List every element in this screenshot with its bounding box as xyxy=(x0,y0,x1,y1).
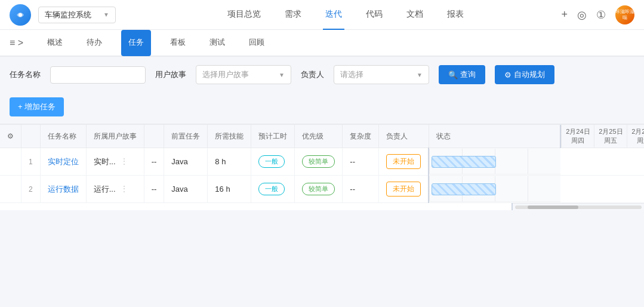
second-nav-review[interactable]: 回顾 xyxy=(244,30,269,56)
row1-skills: Java xyxy=(164,148,208,176)
nav-item-iteration[interactable]: 迭代 xyxy=(323,0,344,30)
skills-col-header: 所需技能 xyxy=(208,125,251,148)
gear-icon: ⚙ xyxy=(504,70,511,79)
avatar-text: 咔滋咔滋嗡 xyxy=(615,9,634,20)
row1-priority: 一般 xyxy=(251,148,295,176)
task-table-container: ⚙ 任务名称 所属用户故事 前置任务 所需技能 预计工时 优先级 复杂度 负责人… xyxy=(0,124,644,210)
row2-prev-task: -- xyxy=(144,176,164,203)
drag-col-header xyxy=(144,125,164,148)
gantt-scrollbar-area xyxy=(511,203,644,210)
gantt-date-headers: 2月24日 周四 2月25日 周五 2月26日 周六 2月27日 xyxy=(561,125,644,148)
auto-plan-button[interactable]: ⚙ 自动规划 xyxy=(495,65,554,84)
row1-gantt-bar[interactable] xyxy=(432,156,496,168)
nav-item-requirements[interactable]: 需求 xyxy=(282,0,304,30)
row2-drag-icon[interactable]: ⋮ xyxy=(120,184,128,194)
table-row: 2 运行数据 运行... ⋮ -- Java 16 h 一般 较简单 -- xyxy=(0,176,644,203)
priority-col-header: 优先级 xyxy=(295,125,343,148)
query-button[interactable]: 🔍 查询 xyxy=(439,65,485,84)
gantt-scrollbar[interactable] xyxy=(513,203,644,210)
nav-item-code[interactable]: 代码 xyxy=(363,0,385,30)
second-nav-kanban[interactable]: 看板 xyxy=(165,30,190,56)
row2-settings xyxy=(0,176,21,203)
story-col-header: 所属用户故事 xyxy=(86,125,144,148)
gantt-cell-4 xyxy=(528,176,560,201)
user-avatar[interactable]: 咔滋咔滋嗡 xyxy=(615,5,634,24)
plus-icon[interactable]: + xyxy=(561,8,568,21)
row2-skills: Java xyxy=(164,176,208,203)
user-story-select[interactable]: 选择用户故事 ▼ xyxy=(196,65,291,84)
table-row: 1 实时定位 实时... ⋮ -- Java 8 h 一般 较简单 -- xyxy=(0,148,644,176)
row2-story: 运行... ⋮ xyxy=(86,176,144,203)
add-task-button[interactable]: + 增加任务 xyxy=(10,97,64,116)
nav-right: + ◎ ① 咔滋咔滋嗡 xyxy=(561,5,634,24)
second-nav-overview[interactable]: 概述 xyxy=(42,30,67,56)
svg-point-0 xyxy=(19,13,22,17)
search-icon: 🔍 xyxy=(448,70,458,79)
gantt-date-2: 2月25日 周五 xyxy=(594,125,627,148)
user-story-placeholder: 选择用户故事 xyxy=(202,69,249,80)
user-story-arrow: ▼ xyxy=(279,72,285,78)
row1-status-badge: 未开始 xyxy=(386,154,421,169)
row1-task-link[interactable]: 实时定位 xyxy=(48,157,79,166)
row1-complexity-badge: 较简单 xyxy=(302,155,335,168)
nav-item-overview[interactable]: 项目总览 xyxy=(225,0,263,30)
bell-icon[interactable]: ① xyxy=(596,8,606,22)
task-name-input[interactable] xyxy=(50,66,146,84)
task-name-col-header: 任务名称 xyxy=(40,125,86,148)
nav-item-docs[interactable]: 文档 xyxy=(404,0,426,30)
prev-task-col-header: 前置任务 xyxy=(164,125,208,148)
row2-gantt-row xyxy=(429,177,560,202)
auto-btn-label: 自动规划 xyxy=(514,69,545,80)
menu-icon[interactable]: ≡ > xyxy=(10,38,23,48)
second-nav-test[interactable]: 测试 xyxy=(205,30,230,56)
user-story-label: 用户故事 xyxy=(155,69,186,80)
row2-gantt-bar[interactable] xyxy=(432,183,496,195)
row2-priority-badge: 一般 xyxy=(258,183,285,195)
top-nav: 车辆监控系统 ▼ 项目总览 需求 迭代 代码 文档 报表 + ◎ ① 咔滋咔滋嗡 xyxy=(0,0,644,30)
top-nav-items: 项目总览 需求 迭代 代码 文档 报表 xyxy=(130,0,561,30)
owner-col-header: 负责人 xyxy=(379,125,429,148)
gantt-date-3: 2月26日 周六 xyxy=(627,125,644,148)
table-footer xyxy=(0,203,644,210)
row1-priority-badge: 一般 xyxy=(258,155,285,168)
gantt-date-1: 2月24日 周四 xyxy=(561,125,594,148)
query-btn-label: 查询 xyxy=(460,69,476,80)
row1-complexity: 较简单 xyxy=(295,148,343,176)
owner-placeholder: 请选择 xyxy=(340,69,363,80)
second-nav-tasks[interactable]: 任务 xyxy=(121,30,151,56)
row2-gantt-cell xyxy=(429,176,560,203)
project-name: 车辆监控系统 xyxy=(45,10,91,20)
nav-item-reports[interactable]: 报表 xyxy=(445,0,466,30)
target-icon[interactable]: ◎ xyxy=(577,8,587,22)
row1-prev-task: -- xyxy=(144,148,164,176)
row2-status-badge: 未开始 xyxy=(386,182,421,197)
gantt-cell-4 xyxy=(528,149,560,174)
row2-complexity: 较简单 xyxy=(295,176,343,203)
second-nav-todo[interactable]: 待办 xyxy=(82,30,107,56)
row1-estimate: 8 h xyxy=(208,148,251,176)
row2-complexity-badge: 较简单 xyxy=(302,183,335,195)
complexity-col-header: 复杂度 xyxy=(343,125,379,148)
row2-task-link[interactable]: 运行数据 xyxy=(48,185,79,194)
gantt-cell-3 xyxy=(495,149,528,174)
row2-owner: -- xyxy=(343,176,379,203)
owner-select[interactable]: 请选择 ▼ xyxy=(334,65,429,84)
second-nav: ≡ > 概述 待办 任务 看板 测试 回顾 xyxy=(0,30,644,56)
row1-owner: -- xyxy=(343,148,379,176)
row2-priority: 一般 xyxy=(251,176,295,203)
task-table: ⚙ 任务名称 所属用户故事 前置任务 所需技能 预计工时 优先级 复杂度 负责人… xyxy=(0,125,644,203)
row1-story: 实时... ⋮ xyxy=(86,148,144,176)
num-col-header xyxy=(21,125,41,148)
row2-task-name: 运行数据 xyxy=(40,176,86,203)
project-selector[interactable]: 车辆监控系统 ▼ xyxy=(38,7,116,23)
table-footer-spacer xyxy=(0,203,511,210)
row2-estimate: 16 h xyxy=(208,176,251,203)
row1-drag-icon[interactable]: ⋮ xyxy=(120,156,128,166)
gantt-header: 2月24日 周四 2月25日 周五 2月26日 周六 2月27日 xyxy=(560,125,644,148)
status-col-header: 状态 xyxy=(429,125,560,148)
settings-col-header[interactable]: ⚙ xyxy=(0,125,21,148)
row2-status: 未开始 xyxy=(379,176,429,203)
estimate-col-header: 预计工时 xyxy=(251,125,295,148)
scroll-thumb[interactable] xyxy=(528,205,578,209)
add-task-label: + 增加任务 xyxy=(18,102,56,112)
